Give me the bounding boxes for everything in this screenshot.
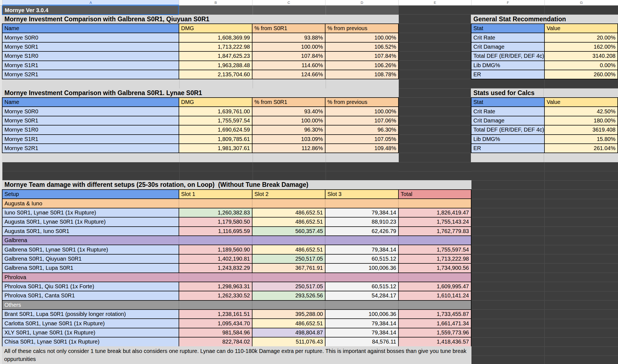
cell-slot1[interactable]: 822,784.02	[179, 337, 252, 346]
cell-stat[interactable]: Crit Damage	[471, 43, 544, 51]
cell-stat[interactable]: Lib DMG%	[471, 61, 544, 70]
cell-value[interactable]: 0.00%	[545, 61, 617, 70]
cell-value[interactable]: 3619.408	[545, 125, 617, 134]
cell-pct-s0r1[interactable]: 124.66%	[252, 70, 325, 79]
cell-slot3[interactable]: 100,006.36	[325, 264, 398, 272]
cell-stat[interactable]: Total DEF (ER/DEF, DEF 4c)	[471, 52, 544, 60]
cell-dmg[interactable]: 1,608,369.99	[179, 33, 252, 42]
cell-stat[interactable]: Lib DMG%	[471, 135, 544, 143]
cell-value[interactable]: 162.00%	[545, 43, 617, 51]
cell-stat[interactable]: Crit Damage	[471, 116, 544, 125]
column-header-e[interactable]: E	[399, 0, 471, 5]
cs-header-value[interactable]: Value	[545, 98, 617, 106]
general-stats-title[interactable]: General Stat Recommendation	[471, 15, 618, 23]
cell-total[interactable]: 1,762,779.83	[399, 227, 471, 235]
cell-dmg[interactable]: 1,963,288.48	[179, 61, 252, 70]
cell-slot3[interactable]: 84,576.11	[325, 337, 398, 346]
cell-value[interactable]: 42.50%	[545, 107, 617, 116]
cell-stat[interactable]: Total DEF (ER/DEF, DEF 4c)	[471, 125, 544, 134]
cell-name[interactable]: Mornye S0R0	[2, 33, 179, 42]
cell-pct-prev[interactable]: 96.30%	[325, 125, 398, 134]
cell-slot3[interactable]: 79,384.14	[325, 319, 398, 328]
cell-setup[interactable]: Iuno S0R1, Lynae S0R1 (1x Rupture)	[2, 208, 179, 217]
cell-total[interactable]: 1,733,455.87	[399, 310, 471, 318]
cell-stat[interactable]: Crit Rate	[471, 107, 544, 116]
cell-total[interactable]: 1,713,222.98	[399, 255, 471, 263]
cell-name[interactable]: Mornye S0R1	[2, 116, 179, 125]
cell-slot1[interactable]: 981,584.96	[179, 328, 252, 337]
cell-pct-s0r1[interactable]: 112.86%	[252, 144, 325, 153]
cell-name[interactable]: Mornye S1R0	[2, 125, 179, 134]
cell-slot2[interactable]: 486,652.51	[252, 218, 325, 226]
cell-pct-s0r1[interactable]: 96.30%	[252, 125, 325, 134]
cell-slot3[interactable]: 62,426.79	[325, 227, 398, 235]
section-row-phrolova[interactable]: Phrolova	[2, 273, 471, 282]
cell-pct-prev[interactable]: 100.00%	[325, 107, 398, 116]
team-table-title[interactable]: Mornye Team damage with different setups…	[2, 180, 471, 189]
cell-total[interactable]: 1,610,141.24	[399, 291, 471, 300]
cell-pct-s0r1[interactable]: 103.09%	[252, 135, 325, 143]
cell-stat[interactable]: ER	[471, 70, 544, 79]
spacer-row[interactable]	[2, 153, 399, 162]
cell-total[interactable]: 1,559,773.96	[399, 328, 471, 337]
t1-header-dmg[interactable]: DMG	[179, 24, 252, 33]
gs-header-stat[interactable]: Stat	[471, 24, 544, 33]
cell-slot1[interactable]: 1,189,560.90	[179, 245, 252, 254]
cell-pct-prev[interactable]: 107.06%	[325, 116, 398, 125]
cell-setup[interactable]: Augusta S0R1, Lynae S0R1 (1x Rupture)	[2, 218, 179, 226]
cell-total[interactable]: 1,755,597.54	[399, 245, 471, 254]
team-header-slot2[interactable]: Slot 2	[252, 190, 325, 198]
team-header-total[interactable]: Total	[399, 190, 471, 198]
cell-slot2[interactable]: 486,652.51	[252, 319, 325, 328]
team-header-slot3[interactable]: Slot 3	[325, 190, 398, 198]
cell-setup[interactable]: Augusta S0R1, Iuno S0R1	[2, 227, 179, 235]
cell-name[interactable]: Mornye S0R1	[2, 43, 179, 51]
cell-value[interactable]: 261.04%	[545, 144, 617, 153]
empty-area-mid-right[interactable]	[471, 79, 618, 88]
cell-setup[interactable]: Chisa S0R1, Lynae S0R1 (1x Rupture)	[2, 337, 179, 346]
cell-pct-prev[interactable]: 106.52%	[325, 43, 398, 51]
t1-header-name[interactable]: Name	[2, 24, 179, 33]
section-row-galbrena[interactable]: Galbrena	[2, 236, 471, 245]
column-header-c[interactable]: C	[252, 0, 325, 5]
cell-total[interactable]: 1,609,995.47	[399, 282, 471, 291]
cell-slot2[interactable]: 511,076.43	[252, 337, 325, 346]
cell-setup[interactable]: Brant S0R1, Lupa S0R1 (possibly longer r…	[2, 310, 179, 318]
column-header-f[interactable]: F	[471, 0, 545, 5]
cell-slot3[interactable]: 60,515.12	[325, 255, 398, 263]
column-header-g[interactable]: G	[545, 0, 618, 5]
cell-name[interactable]: Mornye S1R1	[2, 61, 179, 70]
cell-pct-prev[interactable]: 107.84%	[325, 52, 398, 60]
cell-pct-prev[interactable]: 100.00%	[325, 33, 398, 42]
cell-slot3[interactable]: 100,006.36	[325, 310, 398, 318]
cell-slot1[interactable]: 1,262,330.52	[179, 291, 252, 300]
empty-area-column-e[interactable]	[399, 6, 471, 180]
column-header-b[interactable]: B	[179, 0, 252, 5]
t2-header-pct-prev[interactable]: % from previous	[325, 98, 398, 106]
cell-setup[interactable]: Galbrena S0R1, Lynae S0R1 (1x Rupture)	[2, 245, 179, 254]
cell-slot1[interactable]: 1,116,695.59	[179, 227, 252, 235]
team-header-slot1[interactable]: Slot 1	[179, 190, 252, 198]
cell-dmg[interactable]: 1,755,597.54	[179, 116, 252, 125]
cell-value[interactable]: 15.80%	[545, 135, 617, 143]
section-row-augusta-iuno[interactable]: Augusta & Iuno	[2, 199, 471, 208]
column-header-a[interactable]: A	[2, 0, 179, 5]
cell-slot1[interactable]: 1,095,434.70	[179, 319, 252, 328]
empty-area-left-gap[interactable]	[2, 162, 399, 180]
spacer-row[interactable]	[471, 153, 618, 162]
cell-slot2[interactable]: 250,517.05	[252, 255, 325, 263]
cell-setup[interactable]: Galbrena S0R1, Lupa S0R1	[2, 264, 179, 272]
cell-dmg[interactable]: 1,690,624.59	[179, 125, 252, 134]
t1-header-pct-s0r1[interactable]: % from S0R1	[252, 24, 325, 33]
cell-pct-s0r1[interactable]: 93.40%	[252, 107, 325, 116]
cell-dmg[interactable]: 1,713,222.98	[179, 43, 252, 51]
cell-dmg[interactable]: 1,809,785.61	[179, 135, 252, 143]
cell-name[interactable]: Mornye S2R1	[2, 70, 179, 79]
empty-area-bottom-right[interactable]	[471, 162, 618, 364]
cell-pct-s0r1[interactable]: 100.00%	[252, 116, 325, 125]
cell-total[interactable]: 1,661,471.34	[399, 319, 471, 328]
cell-slot1[interactable]: 1,179,580.50	[179, 218, 252, 226]
cell-dmg[interactable]: 1,639,761.00	[179, 107, 252, 116]
cell-slot1[interactable]: 1,402,190.81	[179, 255, 252, 263]
cell-slot3[interactable]: 79,384.14	[325, 328, 398, 337]
